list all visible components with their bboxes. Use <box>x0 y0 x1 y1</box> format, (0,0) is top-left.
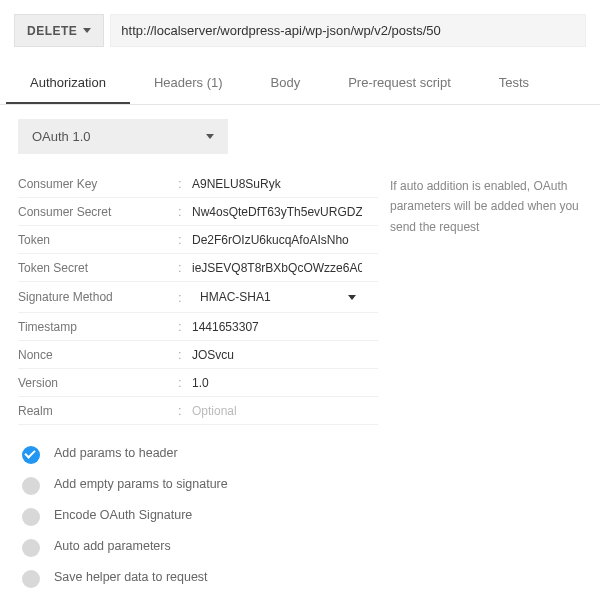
auth-helper-text: If auto addition is enabled, OAuth param… <box>390 170 582 425</box>
field-token: Token : <box>18 226 378 254</box>
nonce-input[interactable] <box>192 348 362 362</box>
circle-icon <box>22 570 40 588</box>
check-auto-add[interactable]: Auto add parameters <box>22 532 582 563</box>
field-label: Timestamp <box>18 320 178 334</box>
colon: : <box>178 176 192 191</box>
field-label: Signature Method <box>18 290 178 304</box>
check-label: Add empty params to signature <box>54 476 228 494</box>
field-label: Nonce <box>18 348 178 362</box>
tab-authorization[interactable]: Authorization <box>6 61 130 104</box>
check-save-helper[interactable]: Save helper data to request <box>22 563 582 594</box>
colon: : <box>178 319 192 334</box>
auth-params-area: Consumer Key : Consumer Secret : Token :… <box>0 160 600 425</box>
colon: : <box>178 204 192 219</box>
field-signature-method: Signature Method : HMAC-SHA1 <box>18 282 378 313</box>
field-consumer-secret: Consumer Secret : <box>18 198 378 226</box>
circle-icon <box>22 508 40 526</box>
field-consumer-key: Consumer Key : <box>18 170 378 198</box>
field-realm: Realm : <box>18 397 378 425</box>
consumer-secret-input[interactable] <box>192 205 362 219</box>
check-label: Encode OAuth Signature <box>54 507 192 525</box>
field-label: Consumer Key <box>18 177 178 191</box>
check-add-empty-params[interactable]: Add empty params to signature <box>22 470 582 501</box>
field-label: Consumer Secret <box>18 205 178 219</box>
circle-icon <box>22 539 40 557</box>
token-secret-input[interactable] <box>192 261 362 275</box>
token-input[interactable] <box>192 233 362 247</box>
colon: : <box>178 260 192 275</box>
tab-tests[interactable]: Tests <box>475 61 553 104</box>
colon: : <box>178 347 192 362</box>
auth-type-row: OAuth 1.0 <box>0 105 600 160</box>
field-label: Token Secret <box>18 261 178 275</box>
http-method-select[interactable]: DELETE <box>14 14 104 47</box>
consumer-key-input[interactable] <box>192 177 362 191</box>
field-label: Realm <box>18 404 178 418</box>
check-encode-signature[interactable]: Encode OAuth Signature <box>22 501 582 532</box>
colon: : <box>178 290 192 305</box>
colon: : <box>178 375 192 390</box>
version-input[interactable] <box>192 376 362 390</box>
timestamp-input[interactable] <box>192 320 362 334</box>
tab-body[interactable]: Body <box>247 61 325 104</box>
tab-prerequest[interactable]: Pre-request script <box>324 61 475 104</box>
chevron-down-icon <box>83 28 91 33</box>
auth-type-label: OAuth 1.0 <box>32 129 91 144</box>
realm-input[interactable] <box>192 404 362 418</box>
auth-options: Add params to header Add empty params to… <box>0 425 600 600</box>
http-method-label: DELETE <box>27 24 77 38</box>
field-token-secret: Token Secret : <box>18 254 378 282</box>
colon: : <box>178 403 192 418</box>
field-nonce: Nonce : <box>18 341 378 369</box>
request-bar: DELETE <box>0 0 600 57</box>
triangle-down-icon <box>348 295 356 300</box>
check-add-params-header[interactable]: Add params to header <box>22 439 582 470</box>
field-label: Token <box>18 233 178 247</box>
field-label: Version <box>18 376 178 390</box>
signature-method-value: HMAC-SHA1 <box>200 290 271 304</box>
checkmark-icon <box>22 446 40 464</box>
url-input[interactable] <box>110 14 586 47</box>
footer-actions: Clear Update request <box>0 600 600 605</box>
tab-headers[interactable]: Headers (1) <box>130 61 247 104</box>
chevron-down-icon <box>206 134 214 139</box>
circle-icon <box>22 477 40 495</box>
colon: : <box>178 232 192 247</box>
field-timestamp: Timestamp : <box>18 313 378 341</box>
auth-type-select[interactable]: OAuth 1.0 <box>18 119 228 154</box>
check-label: Save helper data to request <box>54 569 208 587</box>
tabs: Authorization Headers (1) Body Pre-reque… <box>0 61 600 105</box>
check-label: Add params to header <box>54 445 178 463</box>
field-version: Version : <box>18 369 378 397</box>
check-label: Auto add parameters <box>54 538 171 556</box>
signature-method-select[interactable]: HMAC-SHA1 <box>192 288 362 306</box>
auth-fields: Consumer Key : Consumer Secret : Token :… <box>18 170 378 425</box>
